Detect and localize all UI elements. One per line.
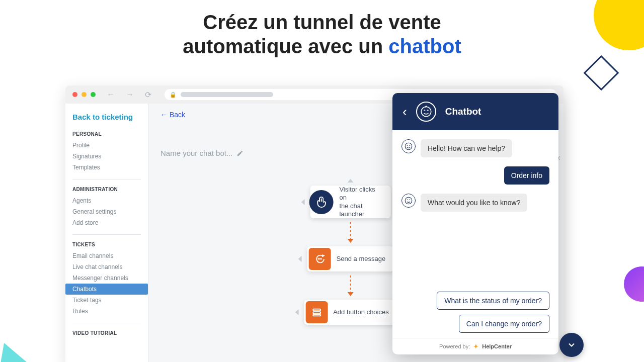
svg-point-2 [321, 258, 321, 259]
chatbot-header: ‹ Chatbot [392, 93, 558, 130]
window-close-icon[interactable] [72, 92, 77, 97]
svg-point-6 [421, 107, 431, 117]
bot-message-row: What would you like to know? [401, 194, 549, 212]
helpcenter-logo-icon: ✦ [473, 342, 479, 350]
sidebar-item-email-channels[interactable]: Email channels [72, 250, 148, 261]
sidebar-heading: TICKETS [72, 242, 148, 247]
svg-rect-3 [313, 309, 320, 311]
divider [72, 179, 141, 179]
decor-diamond [584, 55, 619, 91]
decor-cyan-triangle [0, 336, 35, 362]
page-headline: Créez un tunnel de vente automatique ave… [0, 10, 644, 58]
svg-point-8 [405, 197, 412, 204]
footer-prefix: Powered by: [439, 343, 470, 349]
choice-area: What is the status of my order?Can I cha… [401, 292, 549, 333]
sidebar-item-general-settings[interactable]: General settings [72, 206, 148, 217]
sidebar-heading: PERSONAL [72, 131, 148, 137]
svg-rect-4 [313, 312, 320, 314]
chat-toggle-fab[interactable] [559, 333, 584, 357]
bot-message: What would you like to know? [421, 194, 527, 212]
sidebar-item-live-chat-channels[interactable]: Live chat channels [72, 261, 148, 273]
bot-avatar-icon [401, 194, 416, 208]
headline-accent: chatbot [388, 35, 461, 57]
svg-point-7 [405, 143, 412, 150]
chatbot-name-placeholder: Name your chat bot... [160, 149, 232, 157]
window-minimize-icon[interactable] [82, 92, 87, 97]
sidebar-item-profile[interactable]: Profile [72, 140, 148, 151]
chatbot-body: Hello! How can we help?Order infoWhat wo… [392, 130, 558, 338]
sidebar: Back to ticketing PERSONALProfileSignatu… [65, 104, 148, 362]
bot-message: Hello! How can we help? [421, 139, 512, 157]
arrow-left-icon[interactable] [301, 199, 304, 205]
svg-point-1 [319, 258, 320, 259]
chatbot-back-icon[interactable]: ‹ [403, 104, 407, 120]
sidebar-heading: ADMINISTRATION [72, 187, 148, 192]
bot-avatar-icon [416, 102, 436, 122]
message-icon [309, 248, 331, 270]
nav-forward-icon[interactable]: → [126, 90, 134, 99]
url-placeholder [181, 92, 273, 97]
back-button-label: Back [170, 111, 185, 119]
chatbot-panel: ‹ Chatbot Hello! How can we help?Order i… [392, 93, 558, 354]
flow-node[interactable]: Visitor clicks onthe chat launcher [310, 186, 390, 218]
chatbot-name-input[interactable]: Name your chat bot... [160, 149, 244, 157]
back-to-ticketing-link[interactable]: Back to ticketing [72, 113, 148, 121]
sidebar-item-ticket-tags[interactable]: Ticket tags [72, 295, 148, 306]
sidebar-item-rules[interactable]: Rules [72, 306, 148, 317]
sidebar-heading: VIDEO TUTORIAL [72, 330, 148, 336]
click-icon [309, 190, 333, 214]
sidebar-item-chatbots[interactable]: Chatbots [65, 284, 148, 295]
nav-reload-icon[interactable]: ⟳ [145, 90, 151, 100]
sidebar-item-agents[interactable]: Agents [72, 195, 148, 206]
divider [72, 323, 141, 323]
connector-arrow [350, 276, 351, 296]
svg-rect-5 [313, 315, 320, 316]
back-button[interactable]: ← Back [160, 111, 185, 119]
flow-node[interactable]: Send a message [307, 246, 394, 272]
flow-node-label: Add button choices [329, 308, 397, 316]
headline-line1: Créez un tunnel de vente [203, 11, 441, 33]
user-message-row: Order info [401, 166, 549, 185]
sidebar-item-signatures[interactable]: Signatures [72, 151, 148, 162]
arrow-left-icon[interactable] [295, 309, 298, 315]
flow-node-label: Visitor clicks onthe chat launcher [335, 186, 390, 218]
lock-icon: 🔒 [170, 92, 177, 98]
sidebar-item-templates[interactable]: Templates [72, 162, 148, 173]
chevron-down-icon [567, 340, 577, 350]
choice-button[interactable]: Can I change my order? [459, 315, 549, 333]
chatbot-title: Chatbot [445, 106, 481, 117]
bot-message-row: Hello! How can we help? [401, 139, 549, 157]
arrow-left-icon[interactable] [298, 256, 302, 262]
headline-line2-pre: automatique avec un [183, 35, 388, 57]
flow-node[interactable]: Add button choices [304, 300, 397, 325]
footer-brand: HelpCenter [482, 343, 512, 349]
list-icon [305, 301, 328, 323]
decor-purple-circle [624, 266, 644, 302]
user-message: Order info [504, 166, 549, 185]
window-maximize-icon[interactable] [91, 92, 96, 97]
sidebar-item-messenger-channels[interactable]: Messenger channels [72, 273, 148, 284]
edit-icon [236, 150, 244, 157]
chatbot-footer: Powered by: ✦ HelpCenter [392, 338, 558, 354]
sidebar-item-add-store[interactable]: Add store [72, 217, 148, 228]
choice-button[interactable]: What is the status of my order? [437, 292, 549, 310]
bot-avatar-icon [401, 139, 416, 153]
connector-arrow [350, 222, 351, 242]
arrow-up-icon[interactable] [347, 179, 353, 183]
nav-back-icon[interactable]: ← [107, 90, 115, 99]
flow-node-label: Send a message [333, 255, 394, 263]
svg-point-0 [318, 258, 318, 259]
divider [72, 234, 141, 235]
